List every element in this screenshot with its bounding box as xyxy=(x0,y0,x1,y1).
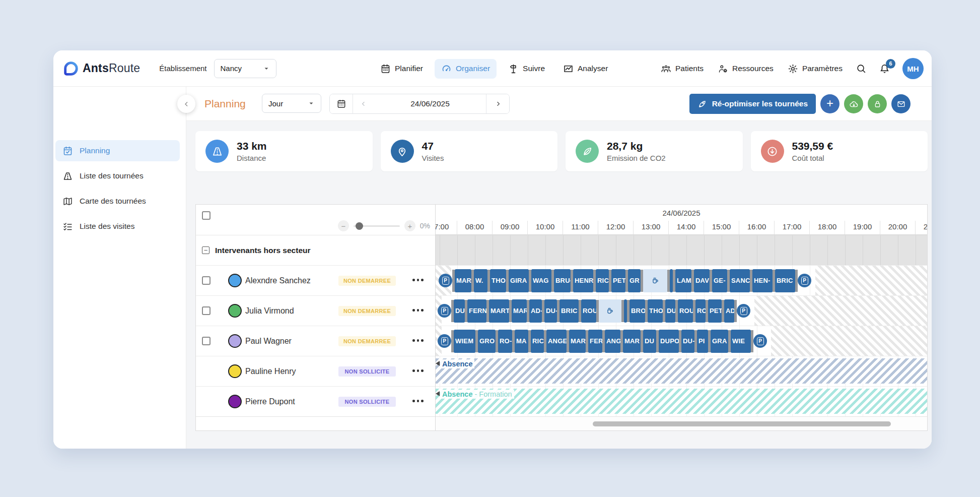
visit-bar[interactable]: WIEM xyxy=(454,330,475,353)
visit-bar[interactable]: PET xyxy=(611,269,625,292)
row-menu-button[interactable] xyxy=(412,309,424,312)
visit-bar[interactable]: THO xyxy=(490,269,506,292)
visit-bar[interactable]: LAM xyxy=(675,269,691,292)
visit-bar[interactable]: AD- xyxy=(529,299,542,323)
cloud-download-button[interactable] xyxy=(844,94,863,113)
visit-bar[interactable]: BRU- xyxy=(554,269,571,292)
planner-row[interactable]: Pauline HenryNON SOLLICITE xyxy=(196,356,435,386)
sidebar-item-road[interactable]: Liste des tournées xyxy=(55,165,180,187)
visit-bar[interactable]: MAR xyxy=(569,330,586,353)
avatar[interactable]: MH xyxy=(902,58,924,79)
sidebar-item-checklist[interactable]: Liste des visites xyxy=(55,216,180,237)
sidebar-item-calendar-check[interactable]: Planning xyxy=(55,140,180,161)
visit-bar[interactable]: SANC xyxy=(730,269,750,292)
row-checkbox[interactable] xyxy=(202,276,211,285)
visit-bar[interactable]: ROU xyxy=(581,299,596,323)
select-all-checkbox[interactable] xyxy=(202,211,211,220)
visit-bar[interactable]: W. xyxy=(474,269,487,292)
visit-bar[interactable]: WIE xyxy=(731,330,751,353)
visit-bar[interactable]: THO xyxy=(648,299,663,323)
row-menu-button[interactable] xyxy=(412,369,424,372)
nav-person-gear[interactable]: Ressources xyxy=(717,60,775,77)
collapse-group-icon[interactable]: − xyxy=(202,246,209,254)
depot-marker[interactable]: P xyxy=(438,304,451,318)
row-menu-button[interactable] xyxy=(412,400,424,402)
zoom-slider[interactable] xyxy=(354,225,400,227)
visit-bar[interactable]: ANGE xyxy=(546,330,567,353)
depot-marker[interactable]: P xyxy=(798,274,811,287)
date-value[interactable]: 24/06/2025 xyxy=(374,94,486,113)
planner-row[interactable]: Pierre DupontNON SOLLICITE xyxy=(196,386,435,416)
visit-bar[interactable]: GIRA xyxy=(509,269,529,292)
visit-bar[interactable]: RO xyxy=(695,299,706,323)
scrollbar-thumb[interactable] xyxy=(593,421,891,426)
visit-bar[interactable]: BRO xyxy=(629,299,645,323)
visit-bar[interactable]: FERN xyxy=(467,299,486,323)
visit-bar[interactable]: DU xyxy=(454,299,465,323)
nav-gauge[interactable]: Organiser xyxy=(435,59,497,79)
break-block[interactable] xyxy=(599,299,621,323)
visit-bar[interactable]: ANG xyxy=(605,330,620,353)
nav-chart[interactable]: Analyser xyxy=(556,59,614,79)
visit-bar[interactable]: DU xyxy=(643,330,656,353)
visit-bar[interactable]: MA xyxy=(515,330,528,353)
collapse-sidebar-button[interactable] xyxy=(177,95,195,113)
visit-bar[interactable]: HEN- xyxy=(752,269,773,292)
planner-row[interactable]: Julia VirmondNON DEMARREE xyxy=(196,295,435,326)
depot-marker[interactable]: P xyxy=(438,334,451,348)
absence-bar[interactable]: Absence - Formation xyxy=(436,389,927,414)
nav-gear[interactable]: Paramètres xyxy=(787,60,844,77)
visit-bar[interactable]: PI xyxy=(697,330,708,353)
visit-bar[interactable]: GRA xyxy=(711,330,728,353)
prev-day-button[interactable] xyxy=(353,94,374,113)
visit-bar[interactable]: DAV xyxy=(694,269,710,292)
planner-row[interactable]: Alexndre SanchezNON DEMARREE xyxy=(196,265,435,295)
visit-bar[interactable]: WAG xyxy=(531,269,551,292)
visit-bar[interactable]: DU xyxy=(665,299,675,323)
nav-signpost[interactable]: Suivre xyxy=(502,59,551,79)
visit-bar[interactable]: FER xyxy=(588,330,602,353)
visit-bar[interactable]: RO- xyxy=(498,330,512,353)
row-menu-button[interactable] xyxy=(412,279,424,281)
row-checkbox[interactable] xyxy=(202,337,211,345)
add-button[interactable]: + xyxy=(820,94,839,113)
notifications-button[interactable]: 6 xyxy=(879,63,890,75)
visit-bar[interactable]: MAR xyxy=(455,269,471,292)
break-block[interactable] xyxy=(643,269,667,292)
depot-marker[interactable]: P xyxy=(753,334,767,348)
absence-bar[interactable]: Absence xyxy=(436,358,927,384)
establishment-select[interactable]: Nancy xyxy=(214,59,276,78)
row-checkbox[interactable] xyxy=(202,306,211,315)
visit-bar[interactable]: GR xyxy=(628,269,641,292)
visit-bar[interactable]: PET xyxy=(708,299,722,323)
next-day-button[interactable] xyxy=(486,94,509,113)
zoom-slider-knob[interactable] xyxy=(356,222,363,230)
period-select[interactable]: Jour xyxy=(262,94,321,113)
nav-people[interactable]: Patients xyxy=(660,60,705,77)
visit-bar[interactable]: BRIC xyxy=(559,299,579,323)
visit-bar[interactable]: GE- xyxy=(712,269,727,292)
zoom-in-button[interactable]: + xyxy=(404,220,415,231)
calendar-button[interactable] xyxy=(330,94,353,113)
depot-marker[interactable]: P xyxy=(439,274,452,287)
sidebar-item-map-pin[interactable]: Carte des tournées xyxy=(55,191,180,212)
row-menu-button[interactable] xyxy=(412,339,424,342)
visit-bar[interactable]: RIC xyxy=(531,330,544,353)
visit-bar[interactable]: HENR xyxy=(573,269,593,292)
lock-button[interactable] xyxy=(868,94,887,113)
visit-bar[interactable]: MAR xyxy=(623,330,641,353)
zoom-out-button[interactable]: − xyxy=(338,220,349,231)
visit-bar[interactable]: DU- xyxy=(544,299,557,323)
visit-bar[interactable]: ROU xyxy=(678,299,693,323)
reoptimize-button[interactable]: Ré-optimiser les tournées xyxy=(689,94,816,114)
depot-marker[interactable]: P xyxy=(737,304,750,318)
visit-bar[interactable]: RIC xyxy=(596,269,609,292)
visit-bar[interactable]: DUPO xyxy=(659,330,679,353)
visit-bar[interactable]: DU- xyxy=(681,330,694,353)
email-button[interactable] xyxy=(891,94,911,113)
visit-bar[interactable]: MAR xyxy=(512,299,527,323)
search-icon[interactable] xyxy=(856,63,867,74)
visit-bar[interactable]: GRO xyxy=(478,330,496,353)
planner-row[interactable]: Paul WagnerNON DEMARREE xyxy=(196,326,435,356)
visit-bar[interactable]: BRIC xyxy=(775,269,795,292)
